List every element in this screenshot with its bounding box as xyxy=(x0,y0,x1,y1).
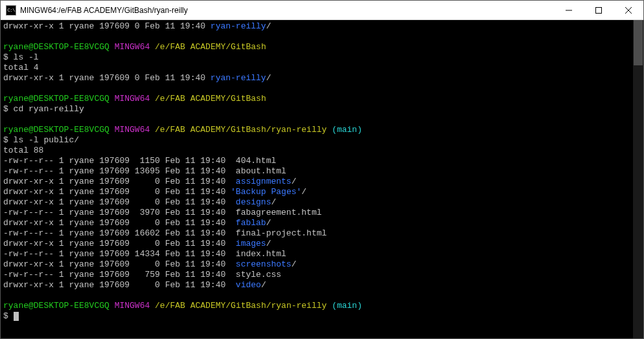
prompt-user: ryane@DESKTOP-EE8VCGQ xyxy=(3,42,109,52)
prompt-line: ryane@DESKTOP-EE8VCGQ MINGW64 /e/FAB ACA… xyxy=(3,42,630,52)
prompt-path: /e/FAB ACADEMY/GitBash/ryan-reilly xyxy=(155,125,327,135)
prompt-env: MINGW64 xyxy=(115,42,150,52)
ls-row: -rw-r--r-- 1 ryane 197609 759 Feb 11 19:… xyxy=(3,270,630,280)
terminal-window: C:\ MINGW64:/e/FAB ACADEMY/GitBash/ryan-… xyxy=(0,0,644,339)
prompt-user: ryane@DESKTOP-EE8VCGQ xyxy=(3,301,109,311)
prompt-line: ryane@DESKTOP-EE8VCGQ MINGW64 /e/FAB ACA… xyxy=(3,125,630,135)
ls-row: -rw-r--r-- 1 ryane 197609 1150 Feb 11 19… xyxy=(3,156,630,166)
cmd-line: $ cd ryan-reilly xyxy=(3,104,630,115)
prompt-line: ryane@DESKTOP-EE8VCGQ MINGW64 /e/FAB ACA… xyxy=(3,301,630,311)
prompt-env: MINGW64 xyxy=(115,94,150,104)
ls-row: -rw-r--r-- 1 ryane 197609 16602 Feb 11 1… xyxy=(3,228,630,239)
cursor xyxy=(14,312,19,321)
app-icon: C:\ xyxy=(6,5,16,16)
window-controls xyxy=(554,1,643,19)
maximize-button[interactable] xyxy=(584,1,614,19)
prompt-user: ryane@DESKTOP-EE8VCGQ xyxy=(3,125,109,135)
total-line: total 4 xyxy=(3,63,630,73)
ls-row: drwxr-xr-x 1 ryane 197609 0 Feb 11 19:40… xyxy=(3,177,630,187)
ls-row: drwxr-xr-x 1 ryane 197609 0 Feb 11 19:40… xyxy=(3,187,630,197)
prompt-path: /e/FAB ACADEMY/GitBash xyxy=(155,42,266,52)
cmd-line: $ xyxy=(3,311,630,322)
prompt-branch: (main) xyxy=(332,301,362,311)
ls-row: drwxr-xr-x 1 ryane 197609 0 Feb 11 19:40… xyxy=(3,21,630,32)
prompt-path: /e/FAB ACADEMY/GitBash/ryan-reilly xyxy=(155,301,327,311)
ls-row: drwxr-xr-x 1 ryane 197609 0 Feb 11 19:40… xyxy=(3,197,630,208)
prompt-env: MINGW64 xyxy=(115,301,150,311)
terminal-output[interactable]: drwxr-xr-x 1 ryane 197609 0 Feb 11 19:40… xyxy=(1,20,633,338)
ls-row: drwxr-xr-x 1 ryane 197609 0 Feb 11 19:40… xyxy=(3,280,630,290)
cmd-line: $ ls -l xyxy=(3,52,630,63)
ls-row: -rw-r--r-- 1 ryane 197609 3970 Feb 11 19… xyxy=(3,208,630,218)
window-title: MINGW64:/e/FAB ACADEMY/GitBash/ryan-reil… xyxy=(20,6,554,15)
prompt-user: ryane@DESKTOP-EE8VCGQ xyxy=(3,94,109,104)
ls-row: -rw-r--r-- 1 ryane 197609 14334 Feb 11 1… xyxy=(3,249,630,259)
minimize-button[interactable] xyxy=(554,1,584,19)
prompt-line: ryane@DESKTOP-EE8VCGQ MINGW64 /e/FAB ACA… xyxy=(3,94,630,104)
prompt-branch: (main) xyxy=(332,125,362,135)
scrollbar[interactable] xyxy=(633,20,643,338)
ls-row: drwxr-xr-x 1 ryane 197609 0 Feb 11 19:40… xyxy=(3,239,630,249)
svg-rect-1 xyxy=(596,7,602,13)
ls-row: -rw-r--r-- 1 ryane 197609 13695 Feb 11 1… xyxy=(3,166,630,177)
prompt-env: MINGW64 xyxy=(115,125,150,135)
ls-row: drwxr-xr-x 1 ryane 197609 0 Feb 11 19:40… xyxy=(3,259,630,270)
prompt-path: /e/FAB ACADEMY/GitBash xyxy=(155,94,266,104)
ls-row: drwxr-xr-x 1 ryane 197609 0 Feb 11 19:40… xyxy=(3,73,630,83)
total-line: total 88 xyxy=(3,146,630,156)
terminal-wrap: drwxr-xr-x 1 ryane 197609 0 Feb 11 19:40… xyxy=(1,20,643,338)
titlebar[interactable]: C:\ MINGW64:/e/FAB ACADEMY/GitBash/ryan-… xyxy=(1,1,643,20)
close-button[interactable] xyxy=(614,1,643,19)
ls-row: drwxr-xr-x 1 ryane 197609 0 Feb 11 19:40… xyxy=(3,218,630,228)
cmd-line: $ ls -l public/ xyxy=(3,135,630,146)
scroll-thumb[interactable] xyxy=(634,20,643,65)
